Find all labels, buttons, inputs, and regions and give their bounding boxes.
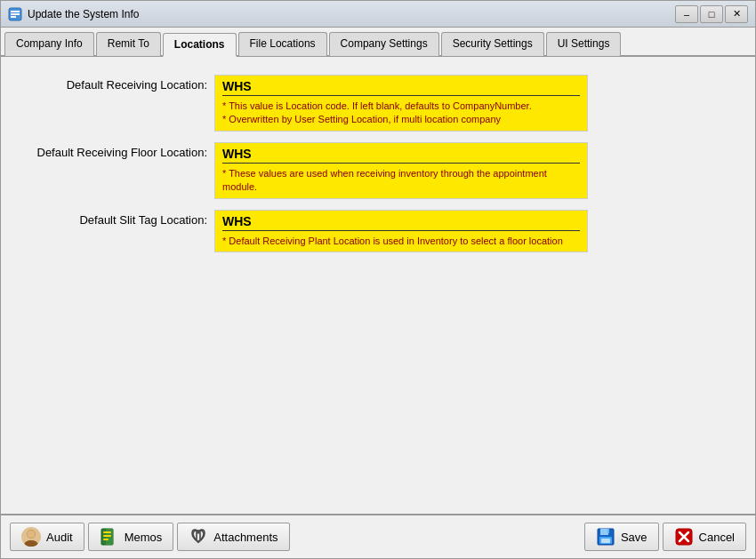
close-button[interactable]: ✕ <box>725 5 748 23</box>
footer: Audit Memos <box>1 514 755 558</box>
svg-rect-10 <box>103 531 111 533</box>
maximize-button[interactable]: □ <box>700 5 723 23</box>
window-icon <box>8 7 22 21</box>
svg-point-6 <box>28 531 35 538</box>
save-button[interactable]: Save <box>584 523 659 551</box>
cancel-icon <box>674 527 694 547</box>
window-controls: – □ ✕ <box>675 5 748 23</box>
svg-rect-15 <box>607 529 609 533</box>
attachments-button[interactable]: Attachments <box>177 523 289 551</box>
svg-rect-2 <box>11 13 20 15</box>
memos-icon <box>100 527 119 547</box>
default-receiving-panel: WHS * This value is Location code. If le… <box>214 75 588 132</box>
default-receiving-floor-panel: WHS * These values are used when receivi… <box>214 142 588 199</box>
default-slit-tag-note-1: * Default Receiving Plant Location is us… <box>222 235 580 248</box>
tab-locations[interactable]: Locations <box>163 33 237 57</box>
default-receiving-floor-row: Default Receiving Floor Location: WHS * … <box>19 142 737 199</box>
tab-file-locations[interactable]: File Locations <box>238 32 327 56</box>
save-icon <box>596 527 615 547</box>
default-receiving-label: Default Receiving Location: <box>19 75 214 92</box>
content-area: Default Receiving Location: WHS * This v… <box>1 57 755 514</box>
save-label: Save <box>621 531 647 544</box>
svg-rect-11 <box>103 535 111 537</box>
tab-ui-settings[interactable]: UI Settings <box>546 32 622 56</box>
tab-company-info[interactable]: Company Info <box>4 32 94 56</box>
attachments-icon <box>189 527 208 547</box>
audit-button[interactable]: Audit <box>10 523 84 551</box>
tab-company-settings[interactable]: Company Settings <box>329 32 439 56</box>
svg-rect-17 <box>601 539 610 543</box>
tab-bar: Company Info Remit To Locations File Loc… <box>1 28 755 57</box>
window-title: Update the System Info <box>28 8 675 20</box>
default-receiving-floor-label: Default Receiving Floor Location: <box>19 142 214 159</box>
default-slit-tag-panel: WHS * Default Receiving Plant Location i… <box>214 210 588 252</box>
default-receiving-floor-value[interactable]: WHS <box>222 147 580 164</box>
memos-button[interactable]: Memos <box>88 523 174 551</box>
footer-left-buttons: Audit Memos <box>10 523 584 551</box>
svg-rect-12 <box>103 539 109 540</box>
default-receiving-floor-note-1: * These values are used when receiving i… <box>222 167 580 195</box>
default-slit-tag-value[interactable]: WHS <box>222 214 580 231</box>
default-receiving-row: Default Receiving Location: WHS * This v… <box>19 75 737 132</box>
attachments-label: Attachments <box>213 531 277 544</box>
tab-security-settings[interactable]: Security Settings <box>441 32 544 56</box>
default-receiving-value[interactable]: WHS <box>222 79 580 96</box>
svg-rect-1 <box>11 11 20 12</box>
audit-label: Audit <box>46 531 73 544</box>
cancel-button[interactable]: Cancel <box>663 523 746 551</box>
main-window: Update the System Info – □ ✕ Company Inf… <box>0 0 756 559</box>
svg-rect-14 <box>600 529 608 535</box>
default-receiving-note-1: * This value is Location code. If left b… <box>222 100 580 113</box>
memos-label: Memos <box>125 531 163 544</box>
default-slit-tag-row: Default Slit Tag Location: WHS * Default… <box>19 210 737 252</box>
title-bar: Update the System Info – □ ✕ <box>1 1 755 28</box>
audit-icon <box>21 527 41 547</box>
default-slit-tag-label: Default Slit Tag Location: <box>19 210 214 227</box>
minimize-button[interactable]: – <box>675 5 698 23</box>
svg-rect-3 <box>11 16 16 18</box>
default-receiving-note-2: * Overwritten by User Setting Location, … <box>222 113 580 126</box>
tab-remit-to[interactable]: Remit To <box>96 32 161 56</box>
cancel-label: Cancel <box>699 531 735 544</box>
footer-right-buttons: Save Cancel <box>584 523 746 551</box>
